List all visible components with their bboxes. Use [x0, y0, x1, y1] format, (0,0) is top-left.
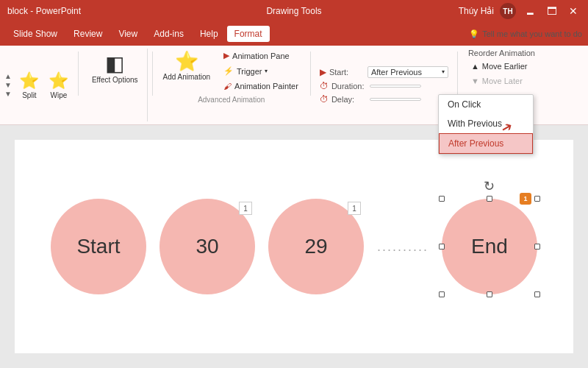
animation-top-row: ⭐ Add Animation ▶ Animation Pane ⚡ Trigg…	[160, 49, 303, 93]
handle-bl[interactable]	[439, 291, 445, 297]
divider-1	[78, 52, 79, 96]
animation-painter-button[interactable]: 🖌 Animation Painter	[219, 79, 303, 93]
handle-tl[interactable]	[439, 196, 445, 202]
add-animation-button[interactable]: ⭐ Add Animation	[160, 49, 214, 93]
anim-pane-group: ▶ Animation Pane ⚡ Trigger ▾ 🖌 Animation…	[219, 49, 303, 93]
menu-view[interactable]: View	[111, 26, 145, 42]
dots-label: ..........	[377, 239, 429, 255]
duration-row: ⏱ Duration:	[320, 81, 448, 91]
title-bar-left: block - PowerPoint	[7, 6, 81, 16]
move-earlier-button[interactable]: ▲ Move Earlier	[468, 60, 531, 72]
trigger-button[interactable]: ⚡ Trigger ▾	[219, 64, 303, 78]
trigger-label: Trigger	[237, 67, 262, 76]
animation-pane-label: Animation Pane	[232, 52, 290, 60]
wipe-icon: ⭐	[49, 71, 68, 91]
delay-label: Delay:	[331, 95, 367, 104]
animation-pane-icon: ▶	[223, 51, 229, 60]
start-dropdown-popup: On Click With Previous After Previous	[438, 94, 534, 155]
end-circle-container: ↻ 1 End	[442, 199, 537, 294]
menu-addins[interactable]: Add-ins	[146, 26, 191, 42]
delay-input[interactable]	[370, 98, 421, 101]
start-play-icon: ▶	[320, 67, 326, 77]
start-dropdown[interactable]: After Previous ▾	[368, 66, 448, 78]
wipe-label: Wipe	[51, 91, 68, 99]
split-label: Split	[22, 91, 36, 99]
circle-29-label: 29	[304, 235, 327, 258]
effect-options-label: Effect Options	[92, 76, 138, 84]
reorder-title: Reorder Animation	[468, 49, 535, 57]
circle-29-item: 1 29	[268, 199, 364, 294]
handle-tm[interactable]	[487, 196, 492, 202]
lightbulb-icon: 💡	[469, 29, 479, 39]
user-avatar[interactable]: TH	[500, 3, 516, 19]
effect-options-button[interactable]: ◧ Effect Options	[89, 50, 141, 85]
delay-icon: ⏱	[320, 94, 329, 105]
app-title: block - PowerPoint	[7, 6, 81, 16]
rotate-handle[interactable]: ↻	[484, 178, 495, 194]
duration-label: Duration:	[331, 82, 367, 91]
end-circle-item: ↻ 1 End	[442, 199, 537, 294]
animation-pane-button[interactable]: ▶ Animation Pane	[219, 49, 303, 63]
move-earlier-label: Move Earlier	[482, 62, 528, 71]
dropdown-with-previous[interactable]: With Previous	[439, 114, 533, 133]
scroll-more-button[interactable]: ▼	[4, 90, 12, 99]
close-button[interactable]: ✕	[566, 5, 581, 17]
start-dropdown-value: After Previous	[371, 68, 422, 77]
end-circle[interactable]: End	[442, 199, 537, 294]
divider-3	[310, 52, 311, 96]
add-animation-label: Add Animation	[163, 73, 211, 81]
menu-format[interactable]: Format	[227, 26, 270, 42]
handle-ml[interactable]	[439, 244, 445, 250]
duration-icon: ⏱	[320, 81, 329, 91]
split-button[interactable]: ⭐ Split	[15, 70, 44, 101]
animation-group: ⭐ Add Animation ▶ Animation Pane ⚡ Trigg…	[157, 49, 306, 121]
trigger-icon: ⚡	[223, 66, 234, 76]
drawing-tools-label: Drawing Tools	[266, 6, 321, 16]
start-circle-item: Start	[51, 199, 146, 294]
user-name: Thúy Hải	[459, 6, 494, 16]
handle-tr[interactable]	[534, 196, 540, 202]
move-later-button[interactable]: ▼ Move Later	[468, 75, 526, 87]
start-circle-label: Start	[76, 235, 120, 258]
dropdown-after-previous[interactable]: After Previous	[439, 133, 533, 154]
tell-me-bar[interactable]: 💡 Tell me what you want to do	[469, 29, 582, 39]
dropdown-on-click[interactable]: On Click	[439, 95, 533, 114]
title-bar: block - PowerPoint Drawing Tools Thúy Hả…	[0, 0, 588, 22]
minimize-button[interactable]: 🗕	[522, 5, 538, 17]
dots-item: ..........	[377, 239, 429, 255]
circle-30-item: 1 30	[159, 199, 255, 294]
slide-canvas: Start 1 30 1 29 ..........	[15, 140, 573, 353]
handle-br[interactable]	[534, 291, 540, 297]
start-row: ▶ Start: After Previous ▾	[320, 66, 448, 78]
advanced-animation-label: Advanced Animation	[160, 96, 303, 104]
delay-row: ⏱ Delay:	[320, 94, 448, 105]
add-animation-icon: ⭐	[175, 50, 198, 73]
scroll-up-button[interactable]: ▲	[4, 72, 12, 81]
move-earlier-icon: ▲	[471, 62, 479, 71]
circle-29-wrapper: 1 29	[268, 199, 364, 294]
maximize-button[interactable]: 🗖	[544, 5, 560, 17]
scroll-down-button[interactable]: ▼	[4, 81, 12, 90]
timing-group: ▶ Start: After Previous ▾ ⏱ Duration: ⏱ …	[315, 49, 453, 121]
effect-options-icon: ◧	[105, 52, 124, 76]
menu-help[interactable]: Help	[193, 26, 226, 42]
end-circle-label: End	[471, 235, 508, 258]
trigger-chevron: ▾	[265, 68, 268, 74]
animation-painter-icon: 🖌	[223, 82, 232, 91]
split-icon: ⭐	[19, 71, 39, 91]
duration-input[interactable]	[370, 85, 421, 88]
handle-mr[interactable]	[534, 244, 540, 250]
start-dropdown-chevron: ▾	[442, 68, 445, 75]
wipe-button[interactable]: ⭐ Wipe	[44, 70, 74, 101]
start-circle[interactable]: Start	[51, 199, 146, 294]
scroll-buttons: ▲ ▼ ▼	[4, 72, 12, 99]
circle-29-badge: 1	[348, 202, 361, 215]
tell-me-text: Tell me what you want to do	[482, 29, 582, 38]
title-bar-right: Thúy Hải TH 🗕 🗖 ✕	[459, 3, 581, 19]
menu-slide-show[interactable]: Slide Show	[6, 26, 65, 42]
menu-review[interactable]: Review	[66, 26, 110, 42]
end-circle-wrapper: 1 End	[442, 199, 537, 294]
start-label: Start:	[329, 68, 365, 77]
circle-30-wrapper: 1 30	[159, 199, 255, 294]
handle-bm[interactable]	[487, 291, 492, 297]
